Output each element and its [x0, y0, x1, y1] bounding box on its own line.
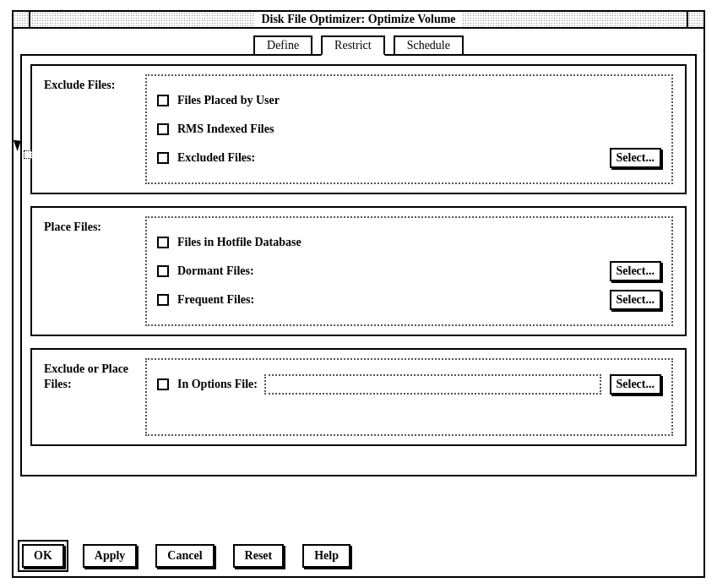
button-row: OK Apply Cancel Reset Help	[22, 544, 350, 568]
label-rms-indexed: RMS Indexed Files	[177, 122, 661, 136]
checkbox-hotfile[interactable]	[157, 237, 169, 248]
title-bar: Disk File Optimizer: Optimize Volume	[14, 12, 703, 29]
section-exclude: Exclude Files: Files Placed by User RMS …	[30, 64, 687, 194]
tab-content: Exclude Files: Files Placed by User RMS …	[20, 54, 697, 476]
section-place-label: Place Files:	[44, 216, 145, 235]
label-dormant: Dormant Files:	[177, 264, 610, 278]
label-hotfile: Files in Hotfile Database	[177, 236, 661, 249]
label-frequent: Frequent Files:	[177, 293, 610, 307]
reset-button[interactable]: Reset	[233, 544, 285, 568]
place-row-dormant: Dormant Files: Select...	[157, 259, 661, 284]
section-place: Place Files: Files in Hotfile Database D…	[30, 206, 687, 336]
tab-row: Define Restrict Schedule	[20, 34, 697, 54]
options-row-in-file: In Options File: Select...	[157, 372, 661, 397]
apply-button[interactable]: Apply	[83, 544, 138, 568]
checkbox-rms-indexed[interactable]	[157, 123, 169, 135]
label-excluded-files: Excluded Files:	[177, 151, 610, 165]
help-button[interactable]: Help	[302, 544, 350, 568]
tab-restrict[interactable]: Restrict	[321, 35, 385, 56]
tab-schedule[interactable]: Schedule	[394, 35, 464, 56]
exclude-row-placed-by-user: Files Placed by User	[157, 88, 661, 113]
section-options: Exclude or Place Files: In Options File:…	[30, 348, 687, 446]
label-in-options-file: In Options File:	[177, 378, 258, 391]
window-title-area: Disk File Optimizer: Optimize Volume	[30, 12, 687, 27]
label-placed-by-user: Files Placed by User	[177, 94, 661, 107]
section-options-label: Exclude or Place Files:	[44, 358, 145, 391]
checkbox-frequent[interactable]	[157, 294, 169, 306]
checkbox-placed-by-user[interactable]	[157, 95, 169, 106]
select-excluded-files-button[interactable]: Select...	[610, 148, 661, 168]
tab-define[interactable]: Define	[253, 35, 312, 56]
window-menu-icon[interactable]	[14, 12, 30, 27]
client-area: Define Restrict Schedule Exclude Files: …	[14, 29, 703, 576]
checkbox-dormant[interactable]	[157, 265, 169, 277]
window-frame: Disk File Optimizer: Optimize Volume Def…	[12, 10, 705, 578]
section-place-inner: Files in Hotfile Database Dormant Files:…	[145, 216, 673, 326]
checkbox-excluded-files[interactable]	[157, 152, 169, 164]
select-frequent-button[interactable]: Select...	[610, 290, 661, 310]
section-exclude-inner: Files Placed by User RMS Indexed Files E…	[145, 74, 673, 184]
window-title: Disk File Optimizer: Optimize Volume	[254, 13, 462, 26]
exclude-row-excluded-files: Excluded Files: Select...	[157, 145, 661, 171]
place-row-frequent: Frequent Files: Select...	[157, 287, 661, 313]
place-row-hotfile: Files in Hotfile Database	[157, 230, 661, 255]
options-file-field[interactable]	[264, 374, 601, 395]
exclude-row-rms-indexed: RMS Indexed Files	[157, 117, 661, 142]
stray-box-icon	[24, 150, 32, 159]
select-dormant-button[interactable]: Select...	[610, 261, 661, 281]
window-control-icon[interactable]	[687, 12, 703, 27]
cancel-button[interactable]: Cancel	[155, 544, 214, 568]
section-exclude-label: Exclude Files:	[44, 74, 145, 93]
select-options-file-button[interactable]: Select...	[610, 374, 661, 395]
ok-button[interactable]: OK	[22, 544, 64, 568]
section-options-inner: In Options File: Select...	[145, 358, 673, 436]
checkbox-in-options-file[interactable]	[157, 378, 169, 390]
